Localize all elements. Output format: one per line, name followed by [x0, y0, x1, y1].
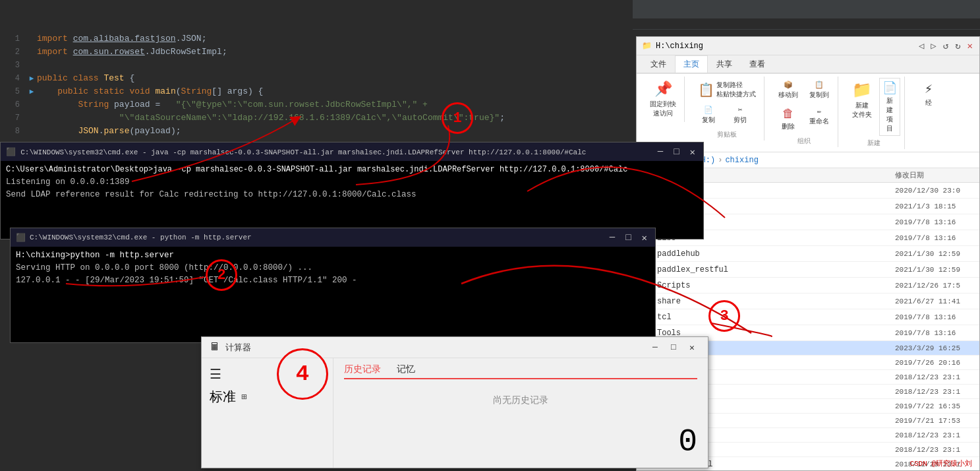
fe-file-name-share: 📁share — [642, 296, 895, 307]
fe-pin-label: 固定到快 速访问 — [650, 100, 676, 118]
fe-paste-btn[interactable]: 📋 复制路径 粘贴快捷方式 — [694, 78, 760, 102]
fe-breadcrumb-dir[interactable]: chixing — [725, 156, 758, 165]
calc-no-history: 尚无历史记录 — [344, 379, 697, 422]
cmd1-line-3: Send LDAP reference result for Calc redi… — [6, 189, 698, 201]
fe-copy-label: 复制 — [702, 115, 715, 125]
fe-ribbon-group-access: ⚡ 经 — [910, 77, 947, 111]
fe-copy-btn[interactable]: 📄 复制 — [694, 103, 723, 127]
fe-file-name-paddlex: 📁paddlex_restful — [642, 264, 895, 275]
fe-file-name-paddlehub: 📁paddlehub — [642, 248, 895, 259]
calc-app-icon: 🖩 — [210, 341, 220, 354]
cmd2-title-bar: ⬛ C:\WINDOWS\system32\cmd.exe - python -… — [11, 228, 655, 247]
fe-breadcrumb-sep2: › — [718, 156, 722, 165]
fe-ribbon-group-new: 📁 新建 文件夹 📄 新 建 项 目 新建 — [844, 77, 905, 149]
fe-item-paddlehub[interactable]: 📁paddlehub 2021/1/30 12:59 — [637, 246, 979, 262]
fe-redo-btn[interactable]: ↻ — [954, 40, 962, 51]
fe-item-tcl[interactable]: 📁tcl 2019/7/8 13:16 — [637, 309, 979, 325]
calc-title-text: 计算器 — [225, 342, 251, 354]
cmd2-line-2: Serving HTTP on 0.0.0.0 port 8000 (http:… — [16, 262, 650, 274]
cmd-window-2[interactable]: ⬛ C:\WINDOWS\system32\cmd.exe - python -… — [10, 228, 656, 343]
calc-left-panel: ☰ 标准 ⊞ — [202, 358, 333, 468]
fe-copyto-label: 复制到 — [809, 90, 829, 100]
fe-move-to-btn[interactable]: 📦 移动到 — [774, 78, 803, 102]
calc-title-buttons: ─ □ ✕ — [647, 340, 700, 356]
calc-title-bar: 🖩 计算器 ─ □ ✕ — [202, 337, 708, 358]
cmd1-icon: ⬛ — [6, 148, 16, 157]
cmd2-content: H:\chixing>python -m http.server Serving… — [11, 247, 655, 290]
calc-window[interactable]: 🖩 计算器 ─ □ ✕ ☰ 标准 ⊞ 历史记录 记忆 尚无历史记录 0 — [201, 336, 708, 468]
cmd-window-1[interactable]: ⬛ C:\WINDOWS\system32\cmd.exe - java -cp… — [0, 142, 704, 239]
fe-title-bar: 📁 H:\chixing ◁ ▷ ↺ ↻ ✕ — [637, 37, 979, 55]
fe-pin-btn[interactable]: 📌 固定到快 速访问 — [646, 78, 680, 121]
calc-right-panel: 历史记录 记忆 尚无历史记录 0 — [333, 358, 708, 468]
fe-tab-home[interactable]: 主页 — [675, 55, 708, 73]
calc-body: ☰ 标准 ⊞ 历史记录 记忆 尚无历史记录 0 — [202, 358, 708, 468]
fe-new-item-icon: 📄 — [882, 80, 897, 95]
cmd1-title-left: ⬛ C:\WINDOWS\system32\cmd.exe - java -cp… — [6, 147, 586, 157]
fe-cut-btn[interactable]: ✂ 剪切 — [726, 103, 755, 127]
cmd2-line-3: 127.0.0.1 - - [29/Mar/2023 19:51:59] "GE… — [16, 274, 650, 287]
cmd1-minimize-btn[interactable]: ─ — [655, 146, 666, 157]
fe-item-scripts[interactable]: 📁Scripts 2021/12/26 17:5 — [637, 278, 979, 294]
fe-ribbon-group-pin: 📌 固定到快 速访问 — [642, 77, 685, 122]
calc-history-bar: 历史记录 记忆 — [344, 363, 697, 379]
calc-mode: 标准 ⊞ — [210, 388, 325, 406]
cmd2-close-btn[interactable]: ✕ — [639, 232, 650, 243]
fe-back-btn[interactable]: ◁ — [917, 40, 925, 51]
cmd2-line-1: H:\chixing>python -m http.server — [16, 249, 650, 262]
fe-item-paddlex[interactable]: 📁paddlex_restful 2021/1/30 12:59 — [637, 262, 979, 278]
fe-title-text: H:\chixing — [656, 42, 703, 51]
fe-quick-icon: ⚡ — [925, 80, 933, 97]
calc-close-btn[interactable]: ✕ — [684, 340, 700, 356]
fe-delete-btn[interactable]: 🗑 删除 — [774, 104, 803, 134]
fe-new-folder-icon: 📁 — [852, 80, 872, 100]
fe-tab-share[interactable]: 共享 — [708, 55, 741, 73]
calc-maximize-btn[interactable]: □ — [666, 340, 681, 356]
fe-move-icon: 📦 — [784, 80, 793, 89]
cmd1-title-text: C:\WINDOWS\system32\cmd.exe - java -cp m… — [20, 148, 586, 156]
calc-display: 0 — [344, 422, 697, 462]
fe-col-date[interactable]: 修改日期 — [895, 170, 974, 180]
fe-rename-label: 重命名 — [809, 117, 829, 126]
fe-rename-btn[interactable]: ✏ 重命名 — [805, 104, 834, 134]
fe-item-share[interactable]: 📁share 2021/6/27 11:41 — [637, 294, 979, 309]
fe-new-item-btn[interactable]: 📄 新 建 项 目 — [879, 78, 900, 136]
fe-copy-to-btn[interactable]: 📋 复制到 — [805, 78, 834, 102]
fe-quick-access-btn[interactable]: ⚡ 经 — [914, 78, 943, 110]
fe-clipboard-label: 剪贴板 — [717, 130, 737, 139]
fe-new-label: 新建 — [867, 139, 880, 148]
cmd1-line-2: Listening on 0.0.0.0:1389 — [6, 176, 698, 189]
fe-new-item-label: 新 建 项 目 — [886, 96, 893, 133]
cmd1-title-bar: ⬛ C:\WINDOWS\system32\cmd.exe - java -cp… — [1, 142, 703, 161]
fe-ribbon-content: 📌 固定到快 速访问 📋 复制路径 粘贴快捷方式 📄 复制 — [637, 74, 979, 152]
cmd2-maximize-btn[interactable]: □ — [623, 232, 633, 243]
fe-tab-view[interactable]: 查看 — [741, 55, 774, 73]
fe-ribbon-group-clipboard: 📋 复制路径 粘贴快捷方式 📄 复制 ✂ 剪切 — [690, 77, 764, 141]
fe-ribbon: 文件 主页 共享 查看 — [637, 55, 979, 74]
calc-mode-label: 标准 — [210, 388, 236, 406]
cmd1-close-btn[interactable]: ✕ — [687, 146, 698, 158]
fe-undo-btn[interactable]: ↺ — [942, 40, 950, 51]
calc-menu-btn[interactable]: ☰ — [210, 363, 325, 385]
fe-new-folder-label: 新建 文件夹 — [852, 101, 872, 119]
fe-title-left: 📁 H:\chixing — [642, 41, 703, 51]
fe-cut-label: 剪切 — [734, 115, 747, 125]
cmd2-minimize-btn[interactable]: ─ — [607, 232, 618, 243]
fe-ribbon-group-organize: 📦 移动到 📋 复制到 🗑 删除 ✏ 重命名 — [770, 77, 838, 147]
cmd1-line-1: C:\Users\Administrator\Desktop>java -cp … — [6, 164, 698, 176]
fe-folder-icon: 📁 — [642, 41, 652, 51]
fe-copyto-icon: 📋 — [815, 80, 824, 89]
fe-close-btn-x[interactable]: ✕ — [966, 40, 974, 51]
fe-file-name-scripts: 📁Scripts — [642, 280, 895, 291]
fe-new-folder-btn[interactable]: 📁 新建 文件夹 — [848, 78, 877, 122]
fe-tab-file[interactable]: 文件 — [642, 55, 675, 73]
fe-rename-icon: ✏ — [817, 107, 822, 115]
fe-delete-icon: 🗑 — [782, 107, 794, 121]
fe-delete-label: 删除 — [782, 122, 795, 131]
cmd1-maximize-btn[interactable]: □ — [671, 146, 681, 157]
calc-minimize-btn[interactable]: ─ — [647, 340, 663, 356]
fe-forward-btn[interactable]: ▷ — [929, 40, 937, 51]
calc-mode-icon: ⊞ — [241, 391, 246, 402]
calc-history-label[interactable]: 历史记录 — [344, 363, 381, 375]
calc-memory-label[interactable]: 记忆 — [397, 363, 415, 375]
